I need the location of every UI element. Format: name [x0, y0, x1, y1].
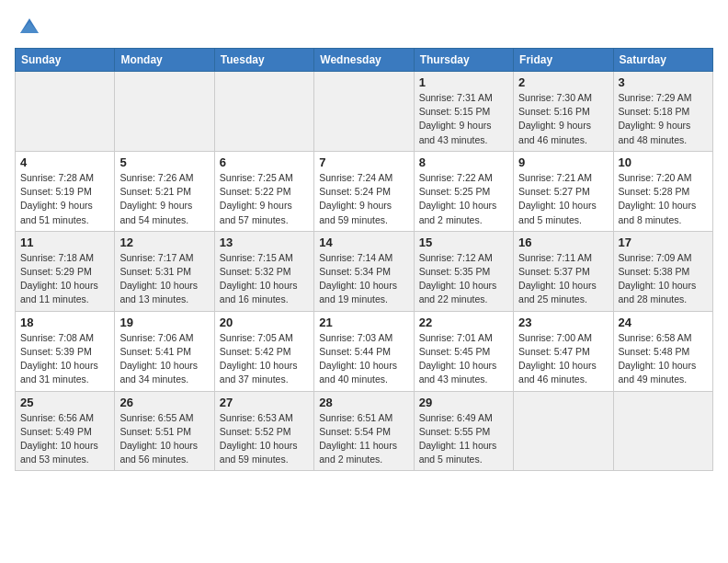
calendar-day-cell: 22Sunrise: 7:01 AM Sunset: 5:45 PM Dayli… [414, 311, 513, 391]
calendar-day-cell: 1Sunrise: 7:31 AM Sunset: 5:15 PM Daylig… [414, 72, 513, 152]
day-number: 2 [518, 75, 608, 89]
day-number: 12 [119, 236, 209, 249]
day-info: Sunrise: 7:06 AM Sunset: 5:41 PM Dayligh… [119, 331, 209, 387]
day-number: 5 [119, 155, 209, 169]
day-number: 16 [518, 236, 608, 249]
calendar-day-cell: 20Sunrise: 7:05 AM Sunset: 5:42 PM Dayli… [214, 311, 313, 391]
day-info: Sunrise: 6:53 AM Sunset: 5:52 PM Dayligh… [220, 411, 309, 467]
day-info: Sunrise: 7:30 AM Sunset: 5:16 PM Dayligh… [518, 91, 608, 147]
weekday-header-tuesday: Tuesday [214, 49, 313, 72]
day-number: 1 [419, 75, 508, 89]
day-info: Sunrise: 7:00 AM Sunset: 5:47 PM Dayligh… [518, 331, 608, 387]
calendar-day-cell: 17Sunrise: 7:09 AM Sunset: 5:38 PM Dayli… [613, 231, 712, 311]
calendar-day-cell: 9Sunrise: 7:21 AM Sunset: 5:27 PM Daylig… [514, 151, 613, 231]
calendar-day-cell: 29Sunrise: 6:49 AM Sunset: 5:55 PM Dayli… [414, 391, 513, 471]
weekday-header-row: SundayMondayTuesdayWednesdayThursdayFrid… [16, 49, 713, 72]
day-info: Sunrise: 7:08 AM Sunset: 5:39 PM Dayligh… [20, 331, 109, 387]
day-info: Sunrise: 7:26 AM Sunset: 5:21 PM Dayligh… [119, 171, 209, 227]
day-number: 26 [119, 396, 209, 409]
logo [15, 15, 42, 40]
calendar-day-cell [16, 72, 115, 152]
calendar-day-cell: 12Sunrise: 7:17 AM Sunset: 5:31 PM Dayli… [115, 231, 214, 311]
day-number: 9 [518, 155, 608, 169]
weekday-header-friday: Friday [514, 49, 613, 72]
calendar-day-cell: 3Sunrise: 7:29 AM Sunset: 5:18 PM Daylig… [613, 72, 712, 152]
day-number: 29 [419, 396, 508, 409]
day-number: 18 [20, 316, 109, 329]
day-info: Sunrise: 7:31 AM Sunset: 5:15 PM Dayligh… [419, 91, 508, 147]
day-info: Sunrise: 7:03 AM Sunset: 5:44 PM Dayligh… [319, 331, 408, 387]
calendar-week-row: 11Sunrise: 7:18 AM Sunset: 5:29 PM Dayli… [16, 231, 713, 311]
calendar-day-cell: 26Sunrise: 6:55 AM Sunset: 5:51 PM Dayli… [115, 391, 214, 471]
day-number: 13 [220, 236, 309, 249]
day-info: Sunrise: 6:51 AM Sunset: 5:54 PM Dayligh… [319, 411, 408, 467]
day-info: Sunrise: 6:58 AM Sunset: 5:48 PM Dayligh… [619, 331, 708, 387]
page-header [15, 15, 713, 40]
day-info: Sunrise: 7:11 AM Sunset: 5:37 PM Dayligh… [518, 251, 608, 307]
day-number: 11 [20, 236, 109, 249]
calendar-day-cell: 8Sunrise: 7:22 AM Sunset: 5:25 PM Daylig… [414, 151, 513, 231]
weekday-header-wednesday: Wednesday [314, 49, 414, 72]
day-number: 4 [20, 155, 109, 169]
day-info: Sunrise: 7:18 AM Sunset: 5:29 PM Dayligh… [20, 251, 109, 307]
calendar-day-cell: 28Sunrise: 6:51 AM Sunset: 5:54 PM Dayli… [314, 391, 414, 471]
day-number: 14 [319, 236, 408, 249]
day-info: Sunrise: 7:09 AM Sunset: 5:38 PM Dayligh… [619, 251, 708, 307]
day-info: Sunrise: 7:24 AM Sunset: 5:24 PM Dayligh… [319, 171, 408, 227]
day-number: 20 [220, 316, 309, 329]
day-info: Sunrise: 7:29 AM Sunset: 5:18 PM Dayligh… [619, 91, 708, 147]
day-info: Sunrise: 6:55 AM Sunset: 5:51 PM Dayligh… [119, 411, 209, 467]
calendar-week-row: 25Sunrise: 6:56 AM Sunset: 5:49 PM Dayli… [16, 391, 713, 471]
day-number: 6 [220, 155, 309, 169]
calendar-table: SundayMondayTuesdayWednesdayThursdayFrid… [15, 48, 713, 471]
day-number: 21 [319, 316, 408, 329]
day-number: 7 [319, 155, 408, 169]
day-number: 24 [619, 316, 708, 329]
calendar-day-cell: 23Sunrise: 7:00 AM Sunset: 5:47 PM Dayli… [514, 311, 613, 391]
calendar-day-cell: 16Sunrise: 7:11 AM Sunset: 5:37 PM Dayli… [514, 231, 613, 311]
day-info: Sunrise: 7:15 AM Sunset: 5:32 PM Dayligh… [220, 251, 309, 307]
calendar-day-cell: 10Sunrise: 7:20 AM Sunset: 5:28 PM Dayli… [613, 151, 712, 231]
day-number: 28 [319, 396, 408, 409]
day-number: 8 [419, 155, 508, 169]
day-info: Sunrise: 6:49 AM Sunset: 5:55 PM Dayligh… [419, 411, 508, 467]
calendar-week-row: 4Sunrise: 7:28 AM Sunset: 5:19 PM Daylig… [16, 151, 713, 231]
day-number: 27 [220, 396, 309, 409]
day-number: 23 [518, 316, 608, 329]
day-info: Sunrise: 7:12 AM Sunset: 5:35 PM Dayligh… [419, 251, 508, 307]
logo-icon [17, 15, 42, 40]
calendar-day-cell: 21Sunrise: 7:03 AM Sunset: 5:44 PM Dayli… [314, 311, 414, 391]
calendar-day-cell: 25Sunrise: 6:56 AM Sunset: 5:49 PM Dayli… [16, 391, 115, 471]
calendar-day-cell [214, 72, 313, 152]
weekday-header-monday: Monday [115, 49, 214, 72]
calendar-day-cell: 27Sunrise: 6:53 AM Sunset: 5:52 PM Dayli… [214, 391, 313, 471]
day-info: Sunrise: 7:22 AM Sunset: 5:25 PM Dayligh… [419, 171, 508, 227]
calendar-day-cell: 15Sunrise: 7:12 AM Sunset: 5:35 PM Dayli… [414, 231, 513, 311]
day-number: 22 [419, 316, 508, 329]
calendar-day-cell: 24Sunrise: 6:58 AM Sunset: 5:48 PM Dayli… [613, 311, 712, 391]
day-info: Sunrise: 7:17 AM Sunset: 5:31 PM Dayligh… [119, 251, 209, 307]
day-info: Sunrise: 7:25 AM Sunset: 5:22 PM Dayligh… [220, 171, 309, 227]
calendar-day-cell: 14Sunrise: 7:14 AM Sunset: 5:34 PM Dayli… [314, 231, 414, 311]
day-number: 19 [119, 316, 209, 329]
day-number: 25 [20, 396, 109, 409]
calendar-day-cell: 7Sunrise: 7:24 AM Sunset: 5:24 PM Daylig… [314, 151, 414, 231]
day-number: 17 [619, 236, 708, 249]
calendar-day-cell: 4Sunrise: 7:28 AM Sunset: 5:19 PM Daylig… [16, 151, 115, 231]
calendar-day-cell: 19Sunrise: 7:06 AM Sunset: 5:41 PM Dayli… [115, 311, 214, 391]
calendar-week-row: 1Sunrise: 7:31 AM Sunset: 5:15 PM Daylig… [16, 72, 713, 152]
calendar-day-cell: 6Sunrise: 7:25 AM Sunset: 5:22 PM Daylig… [214, 151, 313, 231]
svg-marker-1 [20, 22, 39, 33]
day-info: Sunrise: 7:28 AM Sunset: 5:19 PM Dayligh… [20, 171, 109, 227]
calendar-day-cell: 2Sunrise: 7:30 AM Sunset: 5:16 PM Daylig… [514, 72, 613, 152]
calendar-day-cell [613, 391, 712, 471]
weekday-header-saturday: Saturday [613, 49, 712, 72]
day-number: 10 [619, 155, 708, 169]
calendar-day-cell: 5Sunrise: 7:26 AM Sunset: 5:21 PM Daylig… [115, 151, 214, 231]
calendar-day-cell: 11Sunrise: 7:18 AM Sunset: 5:29 PM Dayli… [16, 231, 115, 311]
day-info: Sunrise: 7:05 AM Sunset: 5:42 PM Dayligh… [220, 331, 309, 387]
calendar-day-cell [115, 72, 214, 152]
calendar-day-cell [514, 391, 613, 471]
calendar-day-cell: 13Sunrise: 7:15 AM Sunset: 5:32 PM Dayli… [214, 231, 313, 311]
calendar-day-cell: 18Sunrise: 7:08 AM Sunset: 5:39 PM Dayli… [16, 311, 115, 391]
